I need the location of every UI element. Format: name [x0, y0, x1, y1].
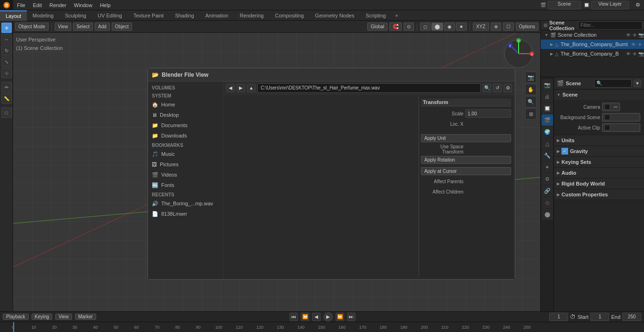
select-menu-btn[interactable]: Select — [73, 23, 93, 31]
prop-material-icon-btn[interactable]: ⬤ — [542, 209, 553, 220]
scene-name-input[interactable]: Scene — [548, 1, 581, 9]
prop-physics-icon-btn[interactable]: ⚙ — [542, 173, 553, 185]
nav-recent-1[interactable]: 🔊 The_Boring_...mp.wav — [148, 198, 223, 209]
props-search-input[interactable] — [594, 79, 632, 88]
marker-btn[interactable]: Marker — [75, 314, 96, 320]
units-section-header[interactable]: ▶ Units — [554, 135, 644, 146]
render-icon[interactable]: 📷 — [638, 32, 644, 38]
gravity-section-header[interactable]: ▶ ✓ Gravity — [554, 146, 644, 156]
prop-scene-icon-btn[interactable]: 🎬 — [542, 114, 553, 126]
viewport-3d[interactable]: Object Mode View Select Add Object Globa… — [13, 21, 540, 311]
add-workspace-button[interactable]: + — [391, 10, 402, 21]
overlays-btn[interactable]: ⊕ — [491, 23, 501, 31]
fv-back-btn[interactable]: ◀ — [226, 84, 235, 92]
nav-fonts[interactable]: 🔤 Fonts — [148, 180, 223, 190]
tab-geometry-nodes[interactable]: Geometry Nodes — [309, 10, 360, 21]
jump-end-btn[interactable]: ⏭ — [347, 313, 355, 321]
prop-object-icon-btn[interactable]: △ — [542, 138, 553, 149]
tool-cursor[interactable]: ✛ — [1, 23, 12, 33]
nav-videos[interactable]: 🎬 Videos — [148, 170, 223, 180]
hand-tool-btn[interactable]: ✋ — [525, 84, 537, 95]
view-menu-btn[interactable]: View — [55, 23, 72, 31]
xray-btn[interactable]: ☐ — [503, 23, 514, 31]
tool-annotate[interactable]: ✏ — [1, 82, 12, 92]
step-forward-btn[interactable]: ⏩ — [336, 313, 344, 321]
zoom-btn[interactable]: 🔍 — [525, 96, 537, 107]
camera-value-btn[interactable]: ✏ — [602, 103, 620, 111]
gizmos-btn[interactable]: XYZ — [473, 23, 488, 31]
cursor-icon-1[interactable]: ✛ — [633, 51, 636, 57]
add-menu-btn[interactable]: Add — [95, 23, 110, 31]
menu-render[interactable]: Render — [46, 0, 70, 10]
tool-rotate[interactable]: ↻ — [1, 45, 12, 56]
file-path-input[interactable] — [257, 83, 481, 93]
outliner-search[interactable] — [578, 21, 643, 30]
playback-btn[interactable]: Playback — [3, 314, 29, 320]
apply-at-cursor-btn[interactable]: Apply at Cursor — [421, 167, 511, 175]
nav-recent-2[interactable]: 📄 8138Lmwrr — [148, 209, 223, 219]
navigation-gizmo[interactable]: X Y Z — [503, 38, 535, 70]
camera-view-btn[interactable]: 📷 — [525, 72, 537, 83]
nav-downloads[interactable]: 📁 Downloads — [148, 130, 223, 141]
tab-uv-editing[interactable]: UV Editing — [92, 10, 128, 21]
prop-constraints-icon-btn[interactable]: 🔗 — [542, 185, 553, 196]
proportional-edit-btn[interactable]: ⊙ — [404, 23, 414, 31]
object-menu-btn[interactable]: Object — [112, 23, 132, 31]
end-frame-input[interactable] — [622, 313, 641, 321]
tab-animation[interactable]: Animation — [200, 10, 234, 21]
fv-forward-btn[interactable]: ▶ — [237, 84, 245, 92]
jump-start-btn[interactable]: ⏮ — [289, 313, 298, 321]
play-btn[interactable]: ▶ — [323, 312, 333, 322]
wireframe-shading-btn[interactable]: ◻ — [420, 23, 430, 31]
menu-edit[interactable]: Edit — [29, 0, 46, 10]
prop-modifier-icon-btn[interactable]: 🔧 — [542, 150, 553, 161]
rendered-shading-btn[interactable]: ★ — [456, 23, 467, 31]
menu-file[interactable]: File — [13, 0, 29, 10]
eye-icon-0[interactable]: 👁 — [631, 42, 636, 47]
solid-shading-btn[interactable]: ⬤ — [431, 23, 443, 31]
snap-btn[interactable]: 🧲 — [389, 23, 402, 31]
tool-transform[interactable]: ⊹ — [1, 68, 12, 78]
scene-section-header[interactable]: ▼ Scene — [554, 89, 644, 100]
tool-scale[interactable]: ⤡ — [1, 57, 12, 67]
nav-pictures[interactable]: 🖼 Pictures — [148, 159, 223, 170]
object-mode-button[interactable]: Object Mode — [15, 23, 49, 31]
tab-shading[interactable]: Shading — [169, 10, 199, 21]
toggle-view-btn[interactable]: ⊞ — [525, 108, 537, 120]
transform-global-btn[interactable]: Global — [367, 23, 388, 31]
step-back-btn[interactable]: ⏪ — [301, 313, 309, 321]
nav-music[interactable]: 🎵 Music — [148, 149, 223, 159]
cursor-icon-0[interactable]: ✛ — [638, 42, 642, 47]
tab-sculpting[interactable]: Sculpting — [59, 10, 92, 21]
scale-value[interactable]: 1.00 — [465, 109, 511, 118]
material-shading-btn[interactable]: ◉ — [444, 23, 455, 31]
tab-layout[interactable]: Layout — [0, 10, 27, 21]
eye-icon-1[interactable]: 👁 — [626, 51, 631, 57]
view-timeline-btn[interactable]: View — [55, 314, 72, 320]
fv-reload-btn[interactable]: ↺ — [493, 84, 502, 92]
fv-up-btn[interactable]: ▲ — [247, 84, 256, 92]
menu-help[interactable]: Help — [96, 0, 115, 10]
start-frame-input[interactable] — [590, 313, 609, 321]
eye-icon[interactable]: 👁 — [626, 32, 631, 38]
render-icon-1[interactable]: 📷 — [638, 51, 644, 57]
nav-desktop[interactable]: 🖥 Desktop — [148, 110, 223, 120]
prop-view-layer-icon-btn[interactable]: 🔲 — [542, 103, 553, 114]
props-filter-btn[interactable]: ▼ — [634, 80, 641, 87]
apply-unit-btn[interactable]: Apply Unit — [421, 134, 511, 142]
prop-render-icon-btn[interactable]: 📷 — [542, 79, 553, 90]
keying-btn[interactable]: Keying — [32, 314, 53, 320]
tool-add-plane[interactable]: □ — [1, 107, 12, 118]
prop-data-icon-btn[interactable]: ◇ — [542, 197, 553, 208]
tool-move[interactable]: ↔ — [1, 34, 12, 44]
custom-props-header[interactable]: ▶ Custom Properties — [554, 189, 644, 200]
fv-options-btn[interactable]: ⚙ — [504, 84, 512, 92]
tool-measure[interactable]: 📏 — [1, 93, 12, 104]
background-scene-value[interactable] — [602, 113, 640, 121]
prop-world-icon-btn[interactable]: 🌍 — [542, 126, 553, 138]
tab-rendering[interactable]: Rendering — [234, 10, 269, 21]
menu-window[interactable]: Window — [70, 0, 96, 10]
outliner-scene-collection[interactable]: ▼ 🎬 Scene Collection 👁 ✛ 📷 — [541, 30, 644, 40]
view-layer-input[interactable]: View Layer — [591, 1, 629, 9]
active-clip-value[interactable] — [602, 123, 640, 132]
